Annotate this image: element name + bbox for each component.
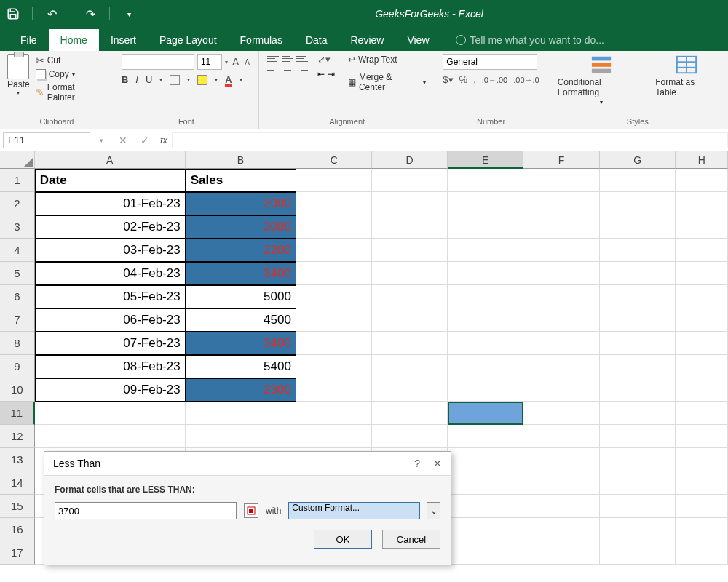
chevron-down-icon[interactable]: ⌄ (427, 502, 440, 519)
format-as-table-button[interactable]: Format as Table (652, 54, 721, 97)
cell[interactable] (523, 215, 599, 239)
decrease-indent-icon[interactable]: ⇤ (317, 69, 325, 79)
cell[interactable] (372, 192, 448, 215)
orientation-icon[interactable]: ⤢▾ (317, 54, 335, 65)
cell[interactable] (676, 332, 728, 355)
cell[interactable] (676, 215, 728, 239)
cell[interactable] (372, 285, 448, 308)
save-icon[interactable] (6, 7, 20, 21)
cell[interactable] (296, 169, 372, 192)
cell[interactable] (296, 308, 372, 332)
cell[interactable] (372, 425, 448, 448)
cell[interactable] (523, 332, 599, 355)
cell[interactable] (448, 215, 523, 239)
tab-review[interactable]: Review (339, 29, 396, 51)
cell[interactable] (372, 355, 448, 378)
redo-icon[interactable]: ↷ (83, 7, 98, 21)
cell[interactable] (676, 471, 728, 495)
cell[interactable] (448, 355, 523, 378)
cell[interactable] (372, 308, 448, 332)
ok-button[interactable]: OK (314, 530, 372, 549)
italic-button[interactable]: I (135, 74, 138, 85)
tab-page-layout[interactable]: Page Layout (148, 29, 229, 51)
number-format-select[interactable] (443, 54, 537, 70)
cell[interactable]: 3400 (186, 262, 296, 285)
namebox-dropdown-icon[interactable]: ▾ (90, 137, 112, 144)
cell[interactable] (600, 262, 676, 285)
cell[interactable] (448, 471, 523, 495)
cell[interactable]: 5000 (186, 285, 296, 308)
cell[interactable] (296, 215, 372, 239)
cell[interactable]: 2000 (186, 192, 296, 215)
decrease-font-icon[interactable]: A (243, 58, 251, 66)
cell[interactable] (676, 192, 728, 215)
cell[interactable] (600, 192, 676, 215)
cell[interactable] (523, 169, 599, 192)
cell[interactable]: 07-Feb-23 (35, 332, 186, 355)
cell[interactable] (523, 402, 599, 425)
row-header[interactable]: 5 (0, 262, 35, 285)
cell[interactable]: 2300 (186, 378, 296, 402)
cell[interactable] (600, 495, 676, 518)
cell[interactable] (523, 425, 599, 448)
cell[interactable] (600, 471, 676, 495)
cell[interactable] (676, 425, 728, 448)
cell[interactable] (448, 192, 523, 215)
align-middle-icon[interactable] (281, 54, 294, 64)
cell[interactable] (372, 262, 448, 285)
merge-center-button[interactable]: ▦Merge & Center▾ (347, 71, 427, 93)
row-header[interactable]: 8 (0, 332, 35, 355)
cell[interactable] (372, 332, 448, 355)
cell[interactable] (676, 541, 728, 565)
wrap-text-button[interactable]: ↩Wrap Text (347, 54, 427, 65)
cell[interactable] (600, 285, 676, 308)
tab-view[interactable]: View (395, 29, 440, 51)
cell[interactable]: 2200 (186, 239, 296, 262)
cell[interactable] (296, 262, 372, 285)
cell[interactable] (600, 541, 676, 565)
col-header[interactable]: B (186, 151, 296, 169)
cell[interactable] (676, 355, 728, 378)
name-box[interactable] (3, 132, 90, 148)
cell[interactable] (296, 332, 372, 355)
cell[interactable] (448, 495, 523, 518)
cell[interactable] (448, 169, 523, 192)
tab-insert[interactable]: Insert (99, 29, 148, 51)
row-header[interactable]: 15 (0, 495, 35, 518)
cell[interactable] (523, 239, 599, 262)
cell[interactable] (600, 355, 676, 378)
cell[interactable] (676, 308, 728, 332)
cell[interactable] (448, 425, 523, 448)
col-header[interactable]: C (296, 151, 372, 169)
cell[interactable] (372, 215, 448, 239)
cell[interactable] (523, 262, 599, 285)
undo-icon[interactable]: ↶ (44, 7, 59, 21)
row-header[interactable]: 7 (0, 308, 35, 332)
dialog-titlebar[interactable]: Less Than ? ✕ (44, 452, 451, 476)
tab-home[interactable]: Home (49, 29, 99, 51)
cell[interactable] (523, 308, 599, 332)
cell[interactable] (296, 355, 372, 378)
fx-icon[interactable]: fx (156, 135, 172, 146)
cell[interactable] (676, 285, 728, 308)
cell[interactable]: Date (35, 169, 186, 192)
cancel-formula-icon[interactable]: ✕ (112, 135, 134, 146)
tab-data[interactable]: Data (294, 29, 339, 51)
cell[interactable] (523, 495, 599, 518)
threshold-input[interactable] (55, 502, 237, 519)
bold-button[interactable]: B (122, 74, 128, 85)
increase-indent-icon[interactable]: ⇥ (328, 69, 335, 79)
cell[interactable]: 5400 (186, 355, 296, 378)
cell[interactable]: 04-Feb-23 (35, 262, 186, 285)
tab-file[interactable]: File (9, 29, 49, 51)
cell[interactable] (296, 239, 372, 262)
cell[interactable] (448, 448, 523, 471)
font-size-input[interactable] (197, 54, 222, 70)
cell[interactable] (523, 355, 599, 378)
cancel-button[interactable]: Cancel (382, 530, 440, 549)
cell[interactable] (676, 169, 728, 192)
font-name-input[interactable] (122, 54, 194, 70)
col-header[interactable]: G (600, 151, 676, 169)
col-header[interactable]: F (523, 151, 599, 169)
row-header[interactable]: 3 (0, 215, 35, 239)
